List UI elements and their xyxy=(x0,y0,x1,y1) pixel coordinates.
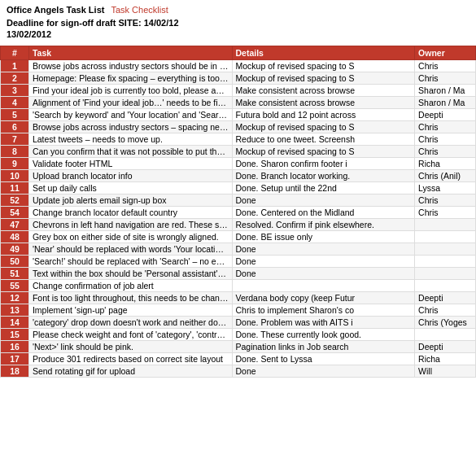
row-num: 48 xyxy=(1,231,29,243)
row-num: 6 xyxy=(1,121,29,133)
table-row: 54Change branch locator default countryD… xyxy=(1,207,476,219)
row-detail: Done xyxy=(232,243,415,256)
row-owner: Chris xyxy=(415,121,476,133)
row-num: 47 xyxy=(1,219,29,231)
row-num: 5 xyxy=(1,109,29,121)
table-row: 4Alignment of 'Find your ideal job…' nee… xyxy=(1,97,476,109)
table-row: 50'Search!' should be replaced with 'Sea… xyxy=(1,256,476,268)
row-task: Change confirmation of job alert xyxy=(28,280,232,292)
row-task: Set up daily calls xyxy=(28,182,232,194)
row-task: 'Near' should be replaced with words 'Yo… xyxy=(28,243,232,256)
row-task: Please check weight and font of 'categor… xyxy=(28,329,232,341)
row-num: 2 xyxy=(1,72,29,85)
row-task: Produce 301 redirects based on correct s… xyxy=(28,353,232,365)
row-task: Alignment of 'Find your ideal job…' need… xyxy=(28,97,232,109)
row-owner xyxy=(415,329,476,341)
row-task: Text within the box should be 'Personal … xyxy=(28,268,232,280)
row-detail: Done xyxy=(232,365,415,378)
row-detail: Chris to implement Sharon's co xyxy=(232,304,415,317)
row-detail: Make consistent across browse xyxy=(232,97,415,109)
row-owner: Sharon / Ma xyxy=(415,97,476,109)
row-owner: Chris xyxy=(415,146,476,158)
row-num: 16 xyxy=(1,341,29,353)
row-owner: Deepti xyxy=(415,292,476,304)
task-checklist-link[interactable]: Task Checklist xyxy=(111,5,168,15)
row-detail: Done. Sharon confirm footer i xyxy=(232,158,415,170)
row-task: Find your ideal job is currently too bol… xyxy=(28,85,232,97)
row-task: Browse jobs across industry sectors shou… xyxy=(28,60,232,72)
row-detail: Mockup of revised spacing to S xyxy=(232,72,415,85)
table-row: 11Set up daily callsDone. Setup until th… xyxy=(1,182,476,194)
table-row: 14'category' drop down doesn't work and … xyxy=(1,317,476,329)
row-num: 50 xyxy=(1,256,29,268)
table-row: 7Latest tweets – needs to move up.Reduce… xyxy=(1,133,476,146)
table-row: 17Produce 301 redirects based on correct… xyxy=(1,353,476,365)
row-task: Change branch locator default country xyxy=(28,207,232,219)
row-task: Browse jobs across industry sectors – sp… xyxy=(28,121,232,133)
row-num: 55 xyxy=(1,280,29,292)
table-row: 47Chevrons in left hand navigation are r… xyxy=(1,219,476,231)
row-owner xyxy=(415,219,476,231)
row-owner: Chris xyxy=(415,60,476,72)
row-detail: Resolved. Confirm if pink elsewhere. xyxy=(232,219,415,231)
row-task: Validate footer HTML xyxy=(28,158,232,170)
table-row: 51Text within the box should be 'Persona… xyxy=(1,268,476,280)
row-num: 54 xyxy=(1,207,29,219)
row-detail: Mockup of revised spacing to S xyxy=(232,121,415,133)
table-header: # Task Details Owner xyxy=(1,46,476,60)
row-detail: Reduce to one tweet. Screensh xyxy=(232,133,415,146)
table-row: 6Browse jobs across industry sectors – s… xyxy=(1,121,476,133)
col-header-owner: Owner xyxy=(415,46,476,60)
row-task: Update job alerts email sign-up box xyxy=(28,194,232,207)
row-owner: Chris xyxy=(415,72,476,85)
row-task: Can you confirm that it was not possible… xyxy=(28,146,232,158)
row-owner xyxy=(415,268,476,280)
row-num: 8 xyxy=(1,146,29,158)
row-detail: Done xyxy=(232,194,415,207)
row-task: 'Search!' should be replaced with 'Searc… xyxy=(28,256,232,268)
table-row: 55Change confirmation of job alert xyxy=(1,280,476,292)
title-row: Office Angels Task List Task Checklist xyxy=(7,5,469,15)
row-detail: Mockup of revised spacing to S xyxy=(232,146,415,158)
row-owner: Deepti xyxy=(415,109,476,121)
table-row: 8Can you confirm that it was not possibl… xyxy=(1,146,476,158)
row-detail: Done. Problem was with AITS i xyxy=(232,317,415,329)
row-detail: Mockup of revised spacing to S xyxy=(232,60,415,72)
row-detail: Verdana body copy (keep Futur xyxy=(232,292,415,304)
row-num: 14 xyxy=(1,317,29,329)
row-owner: Will xyxy=(415,365,476,378)
table-row: 9Validate footer HTMLDone. Sharon confir… xyxy=(1,158,476,170)
row-num: 7 xyxy=(1,133,29,146)
row-task: Chevrons in left hand navigation are red… xyxy=(28,219,232,231)
table-row: 52Update job alerts email sign-up boxDon… xyxy=(1,194,476,207)
row-owner: Chris (Yoges xyxy=(415,317,476,329)
deadline-value: SITE: 14/02/12 xyxy=(119,18,179,28)
row-task: 'category' drop down doesn't work and ne… xyxy=(28,317,232,329)
row-num: 13 xyxy=(1,304,29,317)
row-num: 9 xyxy=(1,158,29,170)
table-row: 3Find your ideal job is currently too bo… xyxy=(1,85,476,97)
row-detail: Done. Setup until the 22nd xyxy=(232,182,415,194)
row-owner: Chris (Anil) xyxy=(415,170,476,182)
table-row: 18Send rotating gif for uploadDoneWill xyxy=(1,365,476,378)
row-detail: Done. Sent to Lyssa xyxy=(232,353,415,365)
row-num: 17 xyxy=(1,353,29,365)
row-task: 'Next>' link should be pink. xyxy=(28,341,232,353)
row-num: 15 xyxy=(1,329,29,341)
row-owner: Lyssa xyxy=(415,182,476,194)
row-detail: Done. These currently look good. xyxy=(232,329,415,341)
row-owner xyxy=(415,256,476,268)
col-header-task: Task xyxy=(28,46,232,60)
row-detail: Make consistent across browse xyxy=(232,85,415,97)
row-task: Send rotating gif for upload xyxy=(28,365,232,378)
office-angels-label: Office Angels Task List xyxy=(7,5,104,15)
row-num: 11 xyxy=(1,182,29,194)
row-detail: Futura bold and 12 point across xyxy=(232,109,415,121)
row-task: Grey box on either side of site is wrong… xyxy=(28,231,232,243)
row-detail: Pagination links in Job search xyxy=(232,341,415,353)
row-detail: Done. Centered on the Midland xyxy=(232,207,415,219)
deadline-label: Deadline for sign-off draft xyxy=(7,18,116,28)
row-owner: Chris xyxy=(415,194,476,207)
row-owner: Chris xyxy=(415,207,476,219)
row-owner xyxy=(415,280,476,292)
